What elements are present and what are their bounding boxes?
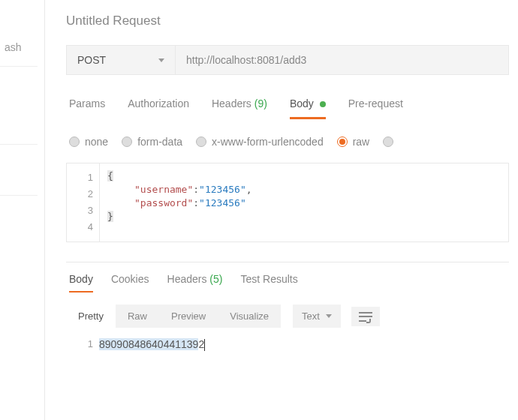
line-number: 1 [67,170,99,186]
radio-extra[interactable] [383,136,393,147]
body-type-radios: none form-data x-www-form-urlencoded raw [66,136,518,148]
tab-headers-label: Headers [212,98,251,110]
radio-raw[interactable]: raw [337,136,370,148]
line-number: 2 [67,186,99,202]
request-row: POST http://localhost:8081/add3 [66,45,509,75]
resp-tab-body[interactable]: Body [69,273,93,292]
resp-tab-headers-label: Headers [167,273,207,285]
tab-prerequest[interactable]: Pre-request [348,98,403,119]
wrap-lines-button[interactable] [351,307,380,326]
code-key: "password" [134,197,193,208]
left-sidebar: ash [0,0,45,420]
view-mode-group: Pretty Raw Preview Visualize [66,304,281,328]
radio-form-data[interactable]: form-data [122,136,182,148]
code-string: "123456" [199,197,246,208]
text-cursor-icon [204,339,205,351]
radio-none[interactable]: none [69,136,108,148]
resp-tab-cookies[interactable]: Cookies [111,273,149,292]
format-label: Text [302,310,320,322]
view-visualize-button[interactable]: Visualize [218,304,281,328]
response-value: 89090848640441139 [99,338,198,350]
code-brace: { [107,170,113,182]
radio-urlencoded[interactable]: x-www-form-urlencoded [196,136,324,148]
resp-tab-test-results[interactable]: Test Results [240,273,297,292]
radio-icon [122,136,132,147]
tab-body-label: Body [290,98,314,110]
headers-count: (9) [254,98,267,110]
sidebar-divider [0,66,38,67]
tab-body[interactable]: Body [290,98,326,119]
tab-headers[interactable]: Headers (9) [212,98,267,119]
tab-authorization[interactable]: Authorization [128,98,189,119]
sidebar-fragment-label: ash [5,41,22,53]
modified-dot-icon [320,101,326,107]
radio-none-label: none [85,136,108,148]
response-tabs: Body Cookies Headers (5) Test Results [66,273,518,292]
request-tabs: Params Authorization Headers (9) Body Pr… [66,98,518,119]
line-number: 4 [67,219,99,236]
radio-icon [337,136,348,147]
response-text[interactable]: 890908486404411392 [99,338,205,351]
resp-tab-headers[interactable]: Headers (5) [167,273,223,292]
chevron-down-icon [326,314,332,318]
method-dropdown[interactable]: POST [67,46,176,74]
response-value-tail: 2 [198,338,204,350]
line-number: 3 [67,202,99,219]
radio-raw-label: raw [353,136,370,148]
format-dropdown[interactable]: Text [293,304,341,328]
code-brace: } [107,211,113,222]
tab-params[interactable]: Params [69,98,105,119]
url-input[interactable]: http://localhost:8081/add3 [176,46,508,74]
editor-code[interactable]: { "username":"123456", "password":"12345… [100,164,260,242]
request-body-editor[interactable]: 1 2 3 4 { "username":"123456", "password… [66,163,509,242]
wrap-icon [359,311,372,322]
response-body: 1 890908486404411392 [66,338,509,351]
radio-icon [383,136,393,147]
response-line-number: 1 [66,338,99,351]
view-raw-button[interactable]: Raw [116,304,159,328]
main-panel: Untitled Request POST http://localhost:8… [45,0,518,420]
request-title: Untitled Request [66,14,518,28]
radio-icon [69,136,80,147]
view-pretty-button[interactable]: Pretty [66,304,116,328]
response-divider [66,262,509,262]
radio-icon [196,136,206,147]
editor-gutter: 1 2 3 4 [67,164,100,242]
sidebar-divider [0,144,38,145]
radio-urlencoded-label: x-www-form-urlencoded [212,136,324,148]
code-key: "username" [134,184,193,195]
resp-headers-count: (5) [209,273,222,285]
view-preview-button[interactable]: Preview [159,304,218,328]
code-string: "123456" [199,184,246,195]
sidebar-divider [0,195,38,196]
chevron-down-icon [158,58,164,62]
method-label: POST [77,54,158,66]
radio-form-data-label: form-data [137,136,182,148]
response-toolbar: Pretty Raw Preview Visualize Text [66,304,518,328]
